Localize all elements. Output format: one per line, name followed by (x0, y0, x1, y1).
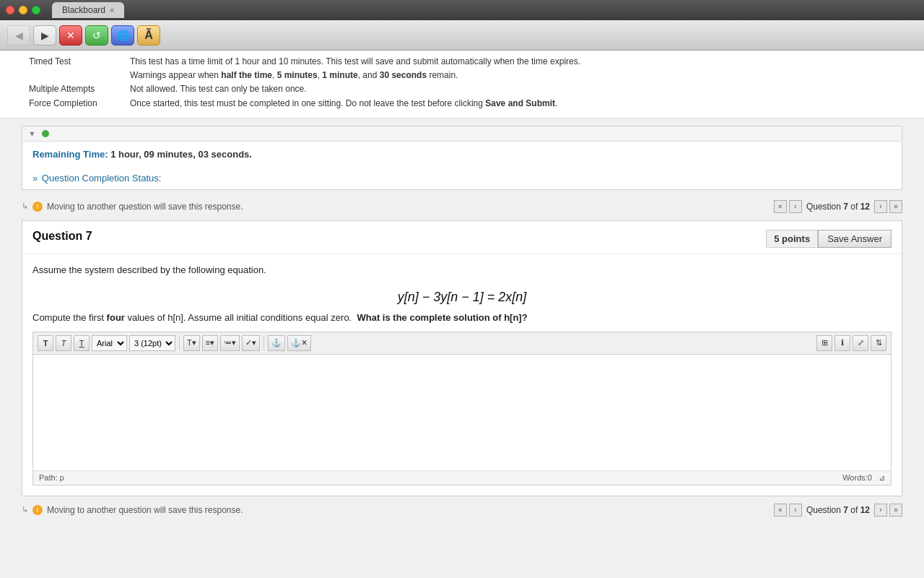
pager-prev-top[interactable]: ‹ (789, 200, 802, 213)
question-title-row: Question 7 5 points Save Answer (22, 221, 902, 254)
question-body: Assume the system described by the follo… (22, 254, 902, 496)
question-title: Question 7 (32, 230, 92, 243)
question-card: Question 7 5 points Save Answer Assume t… (22, 220, 902, 496)
equation-display: y[n] − 3y[n − 1] = 2x[n] (32, 282, 892, 312)
timer-box: ▼ Remaining Time: 1 hour, 09 minutes, 03… (22, 126, 902, 190)
question-prompt: Compute the first four values of h[n]. A… (32, 312, 892, 323)
tab-title: Blackboard (62, 5, 105, 15)
rte-bold-btn[interactable]: T (38, 335, 53, 351)
pager-first-bottom[interactable]: « (774, 504, 787, 517)
rte-size-select[interactable]: 3 (12pt) (129, 335, 175, 351)
rte-path-label: Path: p (39, 473, 64, 482)
rte-toolbar: T T T Arial 3 (12pt) T▾ ≡▾ ≔▾ ✓▾ (33, 332, 891, 355)
rte-text-color-btn[interactable]: T▾ (183, 335, 200, 351)
pager-last-bottom[interactable]: » (889, 504, 902, 517)
nav-row-left-top: ↳ ! Moving to another question will save… (22, 202, 243, 212)
question-total-bottom: 12 (860, 505, 870, 515)
timed-test-row: Timed Test This test has a time limit of… (29, 55, 895, 82)
multiple-attempts-row: Multiple Attempts Not allowed. This test… (29, 82, 895, 96)
warning-icon-bottom: ! (32, 505, 43, 515)
refresh-button[interactable]: ↺ (85, 25, 108, 46)
pager-last-top[interactable]: » (889, 200, 902, 213)
main-content: Timed Test This test has a time limit of… (0, 51, 924, 578)
question-completion: » Question Completion Status: (22, 167, 902, 189)
nav-warning-text-bottom: Moving to another question will save thi… (47, 505, 243, 515)
globe-button[interactable]: 🌐 (111, 25, 134, 46)
bottom-nav-row: ↳ ! Moving to another question will save… (22, 496, 902, 519)
nav-row-right-bottom: « ‹ Question 7 of 12 › » (774, 504, 902, 517)
rte-ordered-list-btn[interactable]: ≔▾ (220, 335, 240, 351)
forward-button[interactable]: ▶ (33, 25, 56, 46)
multiple-attempts-label: Multiple Attempts (29, 82, 130, 96)
maximize-traffic-light[interactable] (32, 6, 40, 14)
pager-prev-bottom[interactable]: ‹ (789, 504, 802, 517)
question-completion-link[interactable]: Question Completion Status: (42, 173, 161, 184)
rte-body[interactable] (33, 355, 891, 470)
pager-next-bottom[interactable]: › (874, 504, 887, 517)
nav-warning-text-top: Moving to another question will save thi… (47, 202, 243, 212)
question-label-top: Question (806, 202, 841, 212)
rte-collapse-btn[interactable]: ⇅ (871, 335, 886, 351)
rich-text-editor: T T T Arial 3 (12pt) T▾ ≡▾ ≔▾ ✓▾ (32, 332, 892, 486)
timer-content: Remaining Time: 1 hour, 09 minutes, 03 s… (22, 142, 902, 167)
timed-test-label: Timed Test (29, 55, 130, 82)
points-badge: 5 points (766, 230, 818, 248)
force-completion-row: Force Completion Once started, this test… (29, 97, 895, 111)
close-traffic-light[interactable] (6, 6, 14, 14)
rte-info-btn[interactable]: ℹ (834, 335, 850, 351)
multiple-attempts-value: Not allowed. This test can only be taken… (130, 82, 895, 96)
minimize-traffic-light[interactable] (19, 6, 27, 14)
rte-fullscreen-btn[interactable]: ⊞ (816, 335, 832, 351)
nav-row-left-bottom: ↳ ! Moving to another question will save… (22, 505, 243, 515)
rte-resize-handle[interactable]: ⊿ (879, 473, 885, 482)
rte-check-btn[interactable]: ✓▾ (242, 335, 260, 351)
of-label-bottom: of (850, 505, 858, 515)
pager-next-top[interactable]: › (874, 200, 887, 213)
rte-font-select[interactable]: Arial (92, 335, 127, 351)
special-button[interactable]: Ã (137, 25, 160, 46)
nav-row-right-top: « ‹ Question 7 of 12 › » (774, 200, 902, 213)
browser-tab[interactable]: Blackboard × (52, 2, 124, 18)
timed-test-value: This test has a time limit of 1 hour and… (130, 55, 895, 82)
rte-link-btn[interactable]: ⚓ (268, 335, 285, 351)
save-answer-button[interactable]: Save Answer (818, 230, 892, 248)
points-save-row: 5 points Save Answer (766, 230, 892, 248)
question-num-top: 7 (843, 202, 848, 212)
rte-divider-2 (263, 336, 264, 350)
tab-bar: Blackboard × (52, 2, 918, 18)
pager-label-top: Question 7 of 12 (806, 202, 870, 212)
nav-arrow-icon-top: ↳ (22, 202, 28, 211)
pager-first-top[interactable]: « (774, 200, 787, 213)
of-label-top: of (850, 202, 858, 212)
question-total-top: 12 (860, 202, 870, 212)
question-label-bottom: Question (806, 505, 841, 515)
timer-header: ▼ (22, 126, 902, 142)
rte-expand-btn[interactable]: ⤢ (853, 335, 868, 351)
remaining-time: 1 hour, 09 minutes, 03 seconds. (110, 149, 252, 160)
rte-unlink-btn[interactable]: ⚓✕ (287, 335, 311, 351)
rte-list-btn[interactable]: ≡▾ (202, 335, 218, 351)
pager-label-bottom: Question 7 of 12 (806, 505, 870, 515)
rte-footer: Path: p Words:0 ⊿ (33, 470, 891, 485)
rte-underline-btn[interactable]: T (74, 335, 90, 351)
remaining-value: 1 hour, 09 minutes, 03 seconds. (110, 149, 252, 160)
title-bar: Blackboard × (0, 0, 924, 20)
question-num-bottom: 7 (843, 505, 848, 515)
stop-button[interactable]: ✕ (59, 25, 82, 46)
question-intro-text: Assume the system described by the follo… (32, 264, 892, 275)
force-completion-label: Force Completion (29, 97, 130, 111)
collapse-arrow-icon[interactable]: ▼ (28, 129, 36, 138)
green-status-dot (42, 130, 49, 137)
qc-arrow-icon: » (32, 173, 38, 184)
rte-italic-btn[interactable]: T (56, 335, 71, 351)
rte-word-count: Words:0 ⊿ (842, 473, 885, 483)
rte-divider-1 (179, 336, 180, 350)
top-nav-row: ↳ ! Moving to another question will save… (22, 197, 902, 216)
back-button[interactable]: ◀ (7, 25, 30, 46)
tab-close-button[interactable]: × (110, 6, 114, 14)
info-table: Timed Test This test has a time limit of… (0, 51, 924, 118)
force-completion-value: Once started, this test must be complete… (130, 97, 895, 111)
remaining-label: Remaining Time: (32, 149, 108, 160)
nav-arrow-icon-bottom: ↳ (22, 505, 28, 514)
nav-toolbar: ◀ ▶ ✕ ↺ 🌐 Ã (0, 20, 924, 51)
